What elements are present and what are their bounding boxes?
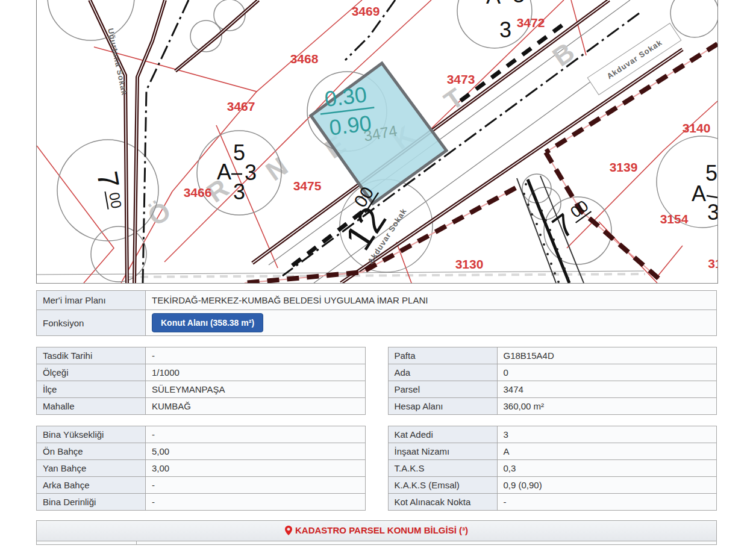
svg-text:3130: 3130	[455, 257, 484, 271]
svg-text:3154: 3154	[660, 212, 689, 226]
table-row: K.A.K.S (Emsal)0,9 (0,90)	[388, 477, 717, 494]
table-row: Yan Bahçe3,00	[37, 460, 366, 477]
svg-text:Akduvar Sokak: Akduvar Sokak	[605, 38, 664, 81]
kadastro-title: KADASTRO PARSEL KONUM BİLGİSİ (³)	[295, 525, 468, 535]
table-row: Arka Bahçe-	[37, 477, 366, 494]
street-label-left: Uğurtuna Sokak	[106, 28, 129, 96]
svg-text:3: 3	[513, 0, 525, 7]
row-label: Tasdik Tarihi	[37, 347, 146, 364]
row-label: İnşaat Nizamı	[388, 443, 497, 460]
row-label: Bina Derinliği	[37, 494, 146, 511]
table-row: Bina Yüksekliği-	[37, 426, 366, 443]
row-label: İlçe	[37, 381, 146, 398]
svg-text:00: 00	[106, 191, 125, 210]
building-tables: Bina Yüksekliği- Ön Bahçe5,00 Yan Bahçe3…	[36, 426, 717, 511]
kadastro-section: KADASTRO PARSEL KONUM BİLGİSİ (³)	[36, 520, 717, 545]
road-width-7-left: 7 00	[91, 169, 129, 212]
row-label: Yan Bahçe	[37, 460, 146, 477]
table-row: İnşaat NizamıA	[388, 443, 717, 460]
parcel-numbers: 3469 3468 3467 3466 3475 3473 3472 3140 …	[184, 4, 717, 271]
row-value: 3,00	[146, 460, 366, 477]
svg-text:7: 7	[91, 169, 125, 191]
building-rules-table: Kat Adedi3 İnşaat NizamıA T.A.K.S0,3 K.A…	[388, 426, 717, 511]
svg-text:5: 5	[705, 161, 717, 185]
plan-info-table: Mer'i İmar Planı TEKİRDAĞ-MERKEZ-KUMBAĞ …	[36, 290, 717, 336]
row-label: K.A.K.S (Emsal)	[388, 477, 497, 494]
row-label: Mer'i İmar Planı	[37, 291, 146, 310]
table-row: Kat Adedi3	[388, 426, 717, 443]
row-value: KUMBAĞ	[146, 398, 366, 415]
row-value: 5,00	[146, 443, 366, 460]
svg-text:3: 3	[233, 179, 245, 204]
row-value: 3474	[497, 381, 717, 398]
row-value: G18B15A4D	[497, 347, 717, 364]
row-value: 1/1000	[146, 364, 366, 381]
row-value: SÜLEYMANPAŞA	[146, 381, 366, 398]
svg-text:3468: 3468	[290, 52, 319, 66]
svg-text:A: A	[217, 160, 231, 184]
svg-text:0.90: 0.90	[328, 110, 373, 140]
fonksiyon-cell: Konut Alanı (358.38 m²)	[146, 310, 717, 336]
row-value: -	[146, 347, 366, 364]
row-value: 360,00 m²	[497, 398, 717, 415]
row-label: Bina Yüksekliği	[37, 426, 146, 443]
svg-text:N: N	[260, 151, 293, 186]
svg-text:3472: 3472	[517, 16, 545, 30]
svg-text:3473: 3473	[447, 72, 475, 86]
row-value: A	[497, 443, 717, 460]
row-value: -	[146, 426, 366, 443]
row-label: Kat Adedi	[388, 426, 497, 443]
svg-text:3139: 3139	[610, 160, 638, 174]
konut-alani-button[interactable]: Konut Alanı (358.38 m²)	[152, 313, 263, 332]
svg-text:0.30: 0.30	[323, 82, 368, 111]
table-row: Bina Derinliği-	[37, 494, 366, 511]
table-row: İlçeSÜLEYMANPAŞA	[37, 381, 366, 398]
table-row: PaftaG18B15A4D	[388, 347, 717, 364]
row-label: Ön Bahçe	[37, 443, 146, 460]
svg-text:3466: 3466	[184, 185, 212, 199]
table-row: Kot Alınacak Nokta-	[388, 494, 717, 511]
table-row: Tasdik Tarihi-	[37, 347, 366, 364]
row-value: -	[146, 477, 366, 494]
row-label: Ölçeği	[37, 364, 146, 381]
setbacks-table: Bina Yüksekliği- Ön Bahçe5,00 Yan Bahçe3…	[36, 426, 366, 511]
row-label: Parsel	[388, 381, 497, 398]
plan-name-value: TEKİRDAĞ-MERKEZ-KUMBAĞ BELDESİ UYGULAMA …	[146, 291, 717, 310]
zoning-plan-map[interactable]: Ö R N E K T B	[36, 0, 718, 284]
table-row: Ölçeği1/1000	[37, 364, 366, 381]
map-pin-icon	[285, 526, 292, 537]
svg-text:3: 3	[499, 17, 511, 42]
row-label: Hesap Alanı	[388, 398, 497, 415]
svg-text:A: A	[486, 0, 501, 8]
row-value: -	[146, 494, 366, 511]
info-left-table: Tasdik Tarihi- Ölçeği1/1000 İlçeSÜLEYMAN…	[36, 347, 366, 415]
row-value: 0,3	[497, 460, 717, 477]
row-label: T.A.K.S	[388, 460, 497, 477]
row-label: Ada	[388, 364, 497, 381]
svg-text:3475: 3475	[293, 179, 322, 193]
svg-text:3: 3	[707, 200, 717, 225]
svg-text:31: 31	[708, 257, 717, 270]
row-value: 0	[497, 364, 717, 381]
row-label: Fonksiyon	[37, 310, 146, 336]
table-row: T.A.K.S0,3	[388, 460, 717, 477]
svg-text:5: 5	[233, 140, 245, 165]
page: Ö R N E K T B	[36, 0, 717, 545]
table-row: Fonksiyon Konut Alanı (358.38 m²)	[37, 310, 717, 336]
row-label: Mahalle	[37, 398, 146, 415]
table-row: Mer'i İmar Planı TEKİRDAĞ-MERKEZ-KUMBAĞ …	[37, 291, 717, 310]
zoning-label-right: 5 A 3	[692, 161, 717, 225]
row-label: Pafta	[388, 347, 497, 364]
row-value: 0,9 (0,90)	[497, 477, 717, 494]
highlight-parcel[interactable]: 3474 0.30 0.90	[311, 63, 446, 204]
svg-text:Ö: Ö	[142, 196, 176, 232]
svg-text:A: A	[692, 181, 706, 206]
row-label: Kot Alınacak Nokta	[388, 494, 497, 511]
svg-text:3140: 3140	[683, 121, 711, 135]
info-right-table: PaftaG18B15A4D Ada0 Parsel3474 Hesap Ala…	[388, 347, 717, 415]
row-label: Arka Bahçe	[37, 477, 146, 494]
svg-text:3: 3	[245, 160, 257, 185]
table-row: Ada0	[388, 364, 717, 381]
table-row: Hesap Alanı360,00 m²	[388, 398, 717, 415]
map-svg: Ö R N E K T B	[37, 0, 717, 283]
